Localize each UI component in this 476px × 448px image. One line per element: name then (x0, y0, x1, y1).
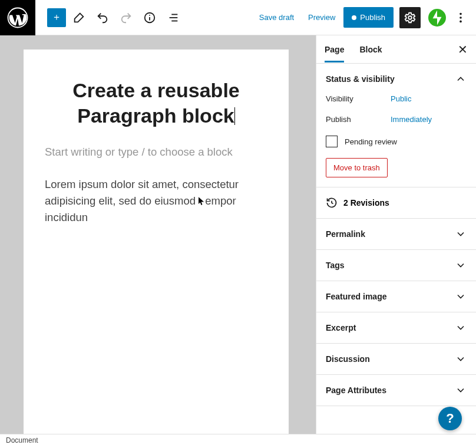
chevron-down-icon (455, 259, 467, 271)
chevron-down-icon (455, 291, 467, 302)
visibility-row: Visibility Public (326, 94, 467, 103)
panel-title: Status & visibility (326, 74, 395, 84)
visibility-label: Visibility (326, 94, 391, 103)
publish-status-dot-icon (352, 15, 356, 20)
help-button[interactable]: ? (438, 407, 462, 430)
page-attributes-panel-header[interactable]: Page Attributes (316, 375, 476, 406)
chevron-up-icon (455, 73, 467, 85)
tools-button[interactable] (68, 7, 90, 28)
jetpack-button[interactable] (427, 7, 448, 28)
redo-button[interactable] (115, 7, 137, 28)
more-menu-button[interactable] (450, 7, 471, 28)
block-placeholder[interactable]: Start writing or type / to choose a bloc… (45, 146, 267, 159)
revisions-count: 2 Revisions (343, 198, 389, 207)
add-block-button[interactable]: ＋ (47, 8, 66, 27)
svg-point-9 (460, 12, 462, 15)
page-title[interactable]: Create a reusable Paragraph block (45, 78, 267, 128)
chevron-down-icon (455, 322, 467, 334)
tab-page[interactable]: Page (325, 37, 344, 62)
revisions-row[interactable]: 2 Revisions (316, 187, 476, 219)
publish-button-label: Publish (360, 13, 385, 22)
info-button[interactable] (139, 7, 160, 28)
publish-label: Publish (326, 115, 391, 124)
breadcrumb[interactable]: Document (6, 436, 38, 444)
breadcrumb-bar: Document (0, 434, 476, 448)
publish-row: Publish Immediately (326, 115, 467, 124)
svg-point-3 (149, 14, 150, 15)
visibility-value[interactable]: Public (391, 94, 411, 103)
publish-button[interactable]: Publish (343, 7, 394, 28)
outline-button[interactable] (163, 7, 184, 28)
status-visibility-header[interactable]: Status & visibility (316, 64, 476, 94)
text-cursor-icon (234, 107, 235, 125)
history-icon (326, 197, 338, 209)
pending-review-checkbox[interactable] (326, 136, 338, 147)
svg-point-7 (408, 16, 412, 19)
pending-review-row: Pending review (326, 136, 467, 147)
featured-image-panel-header[interactable]: Featured image (316, 281, 476, 312)
preview-button[interactable]: Preview (302, 9, 341, 25)
svg-point-10 (460, 17, 462, 19)
chevron-down-icon (455, 384, 467, 396)
editor-canvas[interactable]: Create a reusable Paragraph block Start … (24, 50, 289, 434)
wordpress-logo[interactable] (0, 0, 35, 35)
mouse-pointer-icon (199, 197, 205, 206)
chevron-down-icon (455, 353, 467, 365)
discussion-panel-header[interactable]: Discussion (316, 344, 476, 374)
permalink-panel-header[interactable]: Permalink (316, 219, 476, 249)
publish-value[interactable]: Immediately (391, 115, 432, 124)
paragraph-block[interactable]: Lorem ipsum dolor sit amet, consectetur … (45, 176, 267, 225)
editor-canvas-wrap: Create a reusable Paragraph block Start … (0, 35, 316, 434)
move-to-trash-button[interactable]: Move to trash (326, 158, 388, 177)
tags-panel-header[interactable]: Tags (316, 250, 476, 281)
chevron-down-icon (455, 228, 467, 240)
close-sidebar-button[interactable]: ✕ (458, 42, 468, 57)
top-toolbar: ＋ Save draft Preview Publish (0, 0, 476, 35)
svg-point-11 (460, 20, 462, 22)
pending-review-label: Pending review (345, 137, 397, 146)
status-visibility-panel: Status & visibility Visibility Public Pu… (316, 64, 476, 187)
undo-button[interactable] (92, 7, 113, 28)
sidebar-tabs: Page Block ✕ (316, 35, 476, 64)
settings-sidebar: Page Block ✕ Status & visibility Visibil… (316, 35, 476, 434)
save-draft-button[interactable]: Save draft (253, 9, 300, 25)
tab-block[interactable]: Block (359, 37, 382, 62)
settings-button[interactable] (399, 7, 421, 28)
excerpt-panel-header[interactable]: Excerpt (316, 312, 476, 343)
